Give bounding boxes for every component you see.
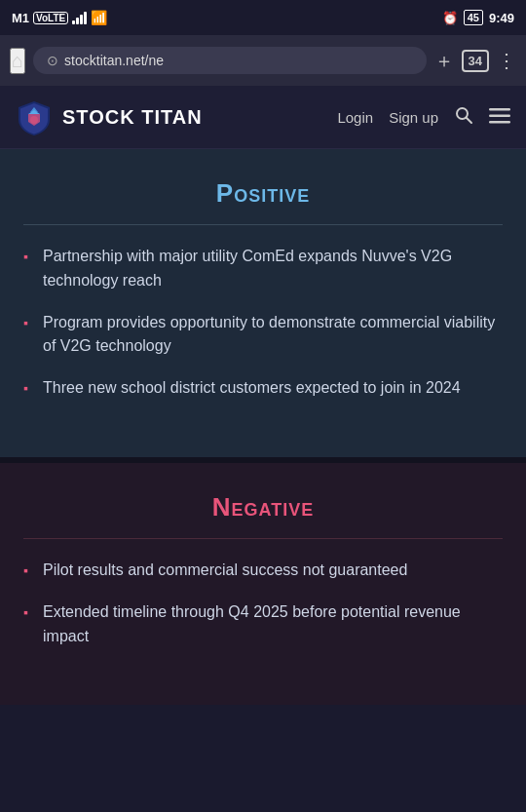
more-menu-button[interactable]: ⋮ <box>497 49 516 72</box>
login-link[interactable]: Login <box>337 109 373 126</box>
search-button[interactable] <box>454 105 473 130</box>
time-display: 9:49 <box>489 11 514 25</box>
volte-badge: VoLTE <box>33 12 68 24</box>
search-icon <box>454 105 473 125</box>
negative-section: Negative Pilot results and commercial su… <box>0 463 526 705</box>
main-content: Positive Partnership with major utility … <box>0 149 526 705</box>
svg-rect-3 <box>489 108 510 111</box>
list-item: Pilot results and commercial success not… <box>23 559 503 583</box>
app-name-text: STOCK TITAN <box>62 106 203 129</box>
new-tab-button[interactable]: ＋ <box>434 48 454 74</box>
signup-link[interactable]: Sign up <box>389 109 438 126</box>
negative-bullet-list: Pilot results and commercial success not… <box>23 559 503 648</box>
positive-bullet-list: Partnership with major utility ComEd exp… <box>23 245 503 401</box>
hamburger-icon <box>489 108 510 124</box>
battery-icon: 45 <box>464 10 483 25</box>
header-nav: Login Sign up <box>337 105 510 130</box>
list-item: Partnership with major utility ComEd exp… <box>23 245 503 293</box>
home-button[interactable]: ⌂ <box>10 48 25 74</box>
url-text: stocktitan.net/ne <box>64 53 164 68</box>
svg-line-2 <box>467 117 472 123</box>
security-icon: ⊙ <box>47 53 58 68</box>
list-item: Program provides opportunity to demonstr… <box>23 311 503 360</box>
svg-rect-4 <box>489 114 510 117</box>
carrier-text: M1 <box>12 11 29 25</box>
app-header: STOCK TITAN Login Sign up <box>0 86 526 149</box>
status-right: ⏰ 45 9:49 <box>442 10 514 25</box>
negative-title: Negative <box>23 492 503 539</box>
tabs-count-button[interactable]: 34 <box>462 50 489 72</box>
logo-shield-icon <box>16 98 53 135</box>
list-item: Three new school district customers expe… <box>23 376 503 401</box>
url-bar[interactable]: ⊙ stocktitan.net/ne <box>33 47 426 74</box>
status-left: M1 VoLTE 📶 <box>12 10 107 25</box>
signal-icon <box>72 11 87 24</box>
svg-rect-5 <box>489 121 510 124</box>
alarm-icon: ⏰ <box>442 11 458 25</box>
status-bar: M1 VoLTE 📶 ⏰ 45 9:49 <box>0 0 526 35</box>
wifi-icon: 📶 <box>91 10 107 25</box>
list-item: Extended timeline through Q4 2025 before… <box>23 600 503 649</box>
positive-title: Positive <box>23 178 503 225</box>
logo-area: STOCK TITAN <box>16 98 337 135</box>
positive-section: Positive Partnership with major utility … <box>0 149 526 463</box>
browser-bar: ⌂ ⊙ stocktitan.net/ne ＋ 34 ⋮ <box>0 35 526 86</box>
svg-point-0 <box>30 116 38 124</box>
menu-button[interactable] <box>489 106 510 129</box>
